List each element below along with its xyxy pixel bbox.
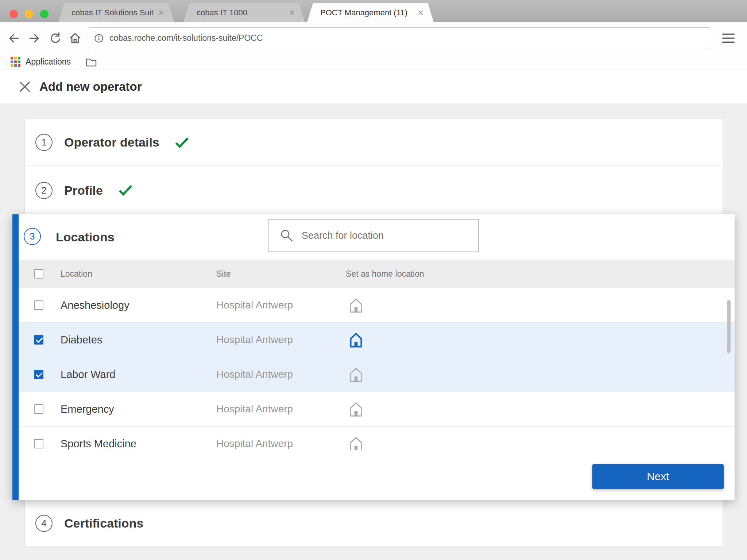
table-row[interactable]: Sports Medicine Hospital Antwerp (19, 427, 735, 450)
table-row[interactable]: Emergency Hospital Antwerp (19, 392, 735, 427)
site-cell: Hospital Antwerp (216, 403, 346, 415)
address-bar[interactable] (88, 27, 711, 49)
step-certifications[interactable]: 4 Certifications (25, 500, 723, 547)
window-zoom-icon[interactable] (40, 10, 49, 18)
panel-footer: Next (19, 450, 735, 500)
browser-tab-bar: cobas IT Solutions Suite × cobas IT 1000… (0, 0, 747, 22)
location-cell: Sports Medicine (61, 438, 216, 450)
tab-close-icon[interactable]: × (158, 8, 164, 18)
menu-icon[interactable] (722, 34, 735, 43)
step-label: Operator details (64, 135, 159, 149)
step-label: Locations (56, 214, 115, 260)
window-close-icon[interactable] (9, 10, 18, 18)
tab-label: POCT Management (11) (320, 8, 407, 18)
location-cell: Aneshesiology (61, 299, 216, 311)
applications-label: Applications (26, 57, 71, 67)
search-input[interactable] (302, 230, 478, 241)
table-row[interactable]: Diabetes Hospital Antwerp (19, 323, 735, 357)
column-header-home: Set as home location (346, 269, 735, 279)
tab-label: cobas IT 1000 (197, 8, 247, 18)
home-icon[interactable] (348, 366, 364, 383)
row-checkbox[interactable] (34, 300, 43, 310)
location-cell: Diabetes (61, 334, 216, 346)
column-header-location: Location (61, 269, 216, 279)
location-search-box[interactable] (268, 219, 479, 252)
browser-tab-poct-management[interactable]: POCT Management (11) × (307, 3, 434, 22)
home-icon[interactable] (348, 401, 364, 418)
site-cell: Hospital Antwerp (216, 438, 346, 450)
back-icon[interactable] (7, 32, 20, 45)
site-cell: Hospital Antwerp (216, 369, 346, 380)
step-completed-check-icon (175, 137, 189, 148)
row-checkbox[interactable] (34, 404, 43, 414)
location-cell: Labor Ward (61, 369, 216, 381)
scrollbar-thumb[interactable] (727, 300, 731, 353)
close-icon[interactable] (18, 80, 31, 93)
tab-label: cobas IT Solutions Suite (71, 8, 154, 18)
wizard-content: 1 Operator details 2 Profile 4 Certifica… (0, 104, 747, 560)
step-label: Profile (64, 183, 103, 198)
folder-icon[interactable] (85, 57, 97, 67)
step-number-badge: 2 (35, 182, 53, 199)
home-icon[interactable] (69, 32, 82, 45)
applications-bookmark[interactable]: Applications (11, 57, 71, 67)
browser-tab-cobas-it-1000[interactable]: cobas IT 1000 × (183, 3, 305, 22)
select-all-checkbox[interactable] (34, 269, 43, 279)
forward-icon[interactable] (28, 32, 41, 45)
step-completed-check-icon (118, 184, 133, 196)
applications-grid-icon (11, 57, 20, 67)
active-step-indicator (12, 214, 19, 500)
home-icon[interactable] (348, 331, 364, 349)
dialog-header: Add new operator (0, 70, 747, 104)
step-label: Certifications (64, 516, 143, 530)
row-checkbox[interactable] (34, 335, 43, 345)
home-icon[interactable] (348, 435, 364, 450)
step-operator-details[interactable]: 1 Operator details (25, 119, 723, 166)
site-cell: Hospital Antwerp (216, 334, 346, 346)
step-number-badge: 3 (24, 228, 41, 245)
next-button[interactable]: Next (592, 464, 724, 489)
step-profile[interactable]: 2 Profile (25, 166, 723, 214)
reload-icon[interactable] (48, 32, 61, 45)
location-rows: Aneshesiology Hospital Antwerp Diabetes … (19, 288, 735, 450)
home-icon[interactable] (348, 297, 364, 314)
bookmarks-bar: Applications (0, 54, 747, 70)
locations-panel: 3 Locations Location Site Set as home lo… (12, 214, 735, 500)
row-checkbox[interactable] (34, 439, 43, 448)
page-title: Add new operator (39, 80, 142, 94)
table-row[interactable]: Labor Ward Hospital Antwerp (19, 357, 735, 392)
step-number-badge: 1 (35, 134, 53, 151)
url-input[interactable] (109, 33, 711, 43)
search-icon (280, 229, 294, 242)
browser-toolbar (0, 22, 747, 54)
page-info-icon[interactable] (94, 34, 104, 43)
location-cell: Emergency (61, 403, 216, 415)
tab-close-icon[interactable]: × (289, 8, 295, 18)
table-header-row: Location Site Set as home location (19, 260, 735, 288)
column-header-site: Site (216, 269, 346, 279)
step-number-badge: 4 (35, 515, 53, 532)
locations-table: Location Site Set as home location Anesh… (19, 260, 735, 450)
tab-close-icon[interactable]: × (418, 8, 423, 18)
row-checkbox[interactable] (34, 370, 43, 379)
browser-tab-cobas-it-solutions-suite[interactable]: cobas IT Solutions Suite × (58, 3, 174, 22)
window-minimize-icon[interactable] (25, 10, 33, 18)
table-row[interactable]: Aneshesiology Hospital Antwerp (19, 288, 735, 323)
site-cell: Hospital Antwerp (216, 299, 346, 311)
